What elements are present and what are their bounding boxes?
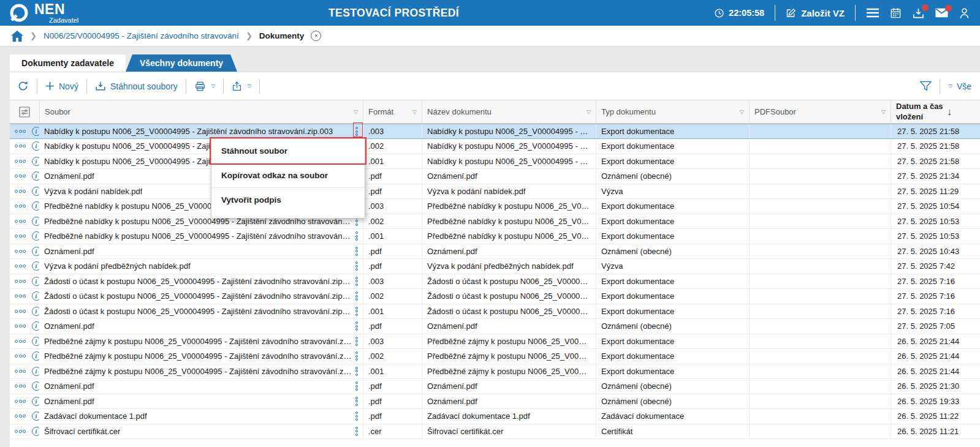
refresh-button[interactable] <box>17 80 29 92</box>
row-kebab-icon[interactable] <box>355 127 358 136</box>
table-row[interactable]: i Předběžné zájmy k postupu N006_25_V000… <box>10 334 980 350</box>
filter-scope-dropdown[interactable]: ▽ Vše <box>948 81 971 91</box>
row-info-icon[interactable]: i <box>32 307 40 316</box>
column-header-format[interactable]: Formát ▽ <box>363 100 422 123</box>
context-menu-item[interactable]: Vytvořit podpis <box>211 188 365 212</box>
column-filter-icon[interactable]: ▽ <box>587 109 591 115</box>
column-filter-icon[interactable]: ▽ <box>881 109 886 115</box>
row-info-icon[interactable]: i <box>32 367 40 376</box>
row-info-icon[interactable]: i <box>32 201 40 211</box>
row-more-actions-icon[interactable] <box>15 310 27 313</box>
nen-logo[interactable]: NEN Zadavatel <box>0 2 78 24</box>
column-settings-header[interactable] <box>10 100 39 123</box>
row-more-actions-icon[interactable] <box>15 130 27 133</box>
row-info-icon[interactable]: i <box>32 277 40 286</box>
row-kebab-icon[interactable] <box>355 397 358 406</box>
table-row[interactable]: i Předběžné nabídky k postupu N006_25_V0… <box>10 214 980 230</box>
column-header-soubor[interactable]: Soubor ▽ <box>39 100 363 123</box>
table-row[interactable]: i Předběžné nabídky k postupu N006_25_V0… <box>10 199 980 214</box>
table-row[interactable]: i Zadávací dokumentace 1.pdf .pdf Zadáva… <box>10 409 980 424</box>
row-info-icon[interactable]: i <box>32 127 40 136</box>
row-more-actions-icon[interactable] <box>15 145 27 148</box>
row-kebab-icon[interactable] <box>355 321 358 331</box>
row-more-actions-icon[interactable] <box>15 385 27 388</box>
messages-button[interactable] <box>935 8 948 18</box>
row-info-icon[interactable]: i <box>32 217 40 226</box>
row-kebab-icon[interactable] <box>355 291 358 301</box>
table-row[interactable]: i Nabídky k postupu N006_25_V00004995 - … <box>10 124 980 139</box>
row-more-actions-icon[interactable] <box>15 415 27 418</box>
row-kebab-icon[interactable] <box>355 367 358 376</box>
print-button[interactable]: ▽ <box>194 81 215 92</box>
breadcrumb-procedure-link[interactable]: N006/25/V00004995 - Zajištění závodního … <box>44 31 239 40</box>
row-more-actions-icon[interactable] <box>15 340 27 343</box>
row-info-icon[interactable]: i <box>32 397 40 406</box>
context-menu-item[interactable]: Stáhnout soubor <box>211 139 365 163</box>
create-vz-button[interactable]: Založit VZ <box>786 8 845 18</box>
new-document-button[interactable]: Nový <box>45 81 78 91</box>
table-row[interactable]: i Předběžné zájmy k postupu N006_25_V000… <box>10 349 980 364</box>
row-kebab-icon[interactable] <box>355 277 358 286</box>
row-more-actions-icon[interactable] <box>15 235 27 238</box>
row-info-icon[interactable]: i <box>32 157 40 166</box>
row-info-icon[interactable]: i <box>32 351 40 361</box>
table-row[interactable]: i Žádosti o účast k postupu N006_25_V000… <box>10 304 980 320</box>
profile-button[interactable] <box>959 7 970 19</box>
row-kebab-icon[interactable] <box>355 231 358 241</box>
downloads-button[interactable] <box>912 7 925 19</box>
row-more-actions-icon[interactable] <box>15 205 27 208</box>
row-more-actions-icon[interactable] <box>15 325 27 328</box>
table-row[interactable]: i Šifrovací certifikát.cer .cer Šifrovac… <box>10 424 980 440</box>
sort-descending-icon[interactable]: ↓ <box>947 107 952 118</box>
row-kebab-icon[interactable] <box>355 427 358 436</box>
table-row[interactable]: i Předběžné zájmy k postupu N006_25_V000… <box>10 364 980 380</box>
table-row[interactable]: i Oznámení.pdf .pdf Oznámení.pdf Oznámen… <box>10 244 980 260</box>
row-more-actions-icon[interactable] <box>15 175 27 178</box>
row-more-actions-icon[interactable] <box>15 430 27 433</box>
home-icon[interactable] <box>11 31 23 42</box>
row-kebab-icon[interactable] <box>355 411 358 421</box>
table-row[interactable]: i Výzva k podání nabídek.pdf .pdf Výzva … <box>10 184 980 200</box>
close-page-icon[interactable]: × <box>311 31 321 41</box>
row-info-icon[interactable]: i <box>32 261 40 271</box>
row-info-icon[interactable]: i <box>32 141 40 151</box>
row-info-icon[interactable]: i <box>32 231 40 241</box>
row-kebab-icon[interactable] <box>355 351 358 361</box>
filter-icon[interactable] <box>919 80 932 92</box>
row-more-actions-icon[interactable] <box>15 160 27 163</box>
download-files-button[interactable]: Stáhnout soubory <box>95 81 178 92</box>
row-info-icon[interactable]: i <box>32 337 40 346</box>
row-more-actions-icon[interactable] <box>15 265 27 268</box>
row-kebab-icon[interactable] <box>355 247 358 256</box>
row-info-icon[interactable]: i <box>32 381 40 391</box>
column-header-nazev-dokumentu[interactable]: Název dokumentu ▽ <box>422 100 596 123</box>
row-more-actions-icon[interactable] <box>15 295 27 298</box>
row-info-icon[interactable]: i <box>32 171 40 181</box>
calendar-button[interactable] <box>890 7 902 19</box>
table-row[interactable]: i Žádosti o účast k postupu N006_25_V000… <box>10 274 980 290</box>
table-row[interactable]: i Nabídky k postupu N006_25_V00004995 - … <box>10 154 980 170</box>
table-row[interactable]: i Nabídky k postupu N006_25_V00004995 - … <box>10 139 980 154</box>
export-dropdown-caret-icon[interactable]: ▽ <box>248 83 251 89</box>
row-info-icon[interactable]: i <box>32 187 40 196</box>
row-info-icon[interactable]: i <box>32 321 40 331</box>
row-more-actions-icon[interactable] <box>15 280 27 283</box>
export-button[interactable]: ▽ <box>232 81 251 92</box>
row-info-icon[interactable]: i <box>32 427 40 436</box>
table-row[interactable]: i Výzva k podání předběžných nabídek.pdf… <box>10 259 980 274</box>
print-dropdown-caret-icon[interactable]: ▽ <box>211 83 215 89</box>
row-kebab-icon[interactable] <box>355 307 358 316</box>
column-header-datum-a-cas-vlozeni[interactable]: Datum a čas vložení ↓ <box>891 100 980 123</box>
row-more-actions-icon[interactable] <box>15 220 27 223</box>
row-more-actions-icon[interactable] <box>15 355 27 358</box>
column-header-pdfsoubor[interactable]: PDFSoubor ▽ <box>749 100 891 123</box>
table-row[interactable]: i Oznámení.pdf .pdf Oznámení.pdf Oznámen… <box>10 169 980 184</box>
column-filter-icon[interactable]: ▽ <box>354 109 358 115</box>
row-kebab-icon[interactable] <box>355 337 358 346</box>
tab-vsechny-dokumenty[interactable]: Všechny dokumenty <box>126 54 237 72</box>
table-row[interactable]: i Předběžné nabídky k postupu N006_25_V0… <box>10 229 980 244</box>
row-info-icon[interactable]: i <box>32 247 40 256</box>
row-more-actions-icon[interactable] <box>15 250 27 253</box>
menu-button[interactable] <box>866 8 879 18</box>
column-filter-icon[interactable]: ▽ <box>740 109 744 115</box>
